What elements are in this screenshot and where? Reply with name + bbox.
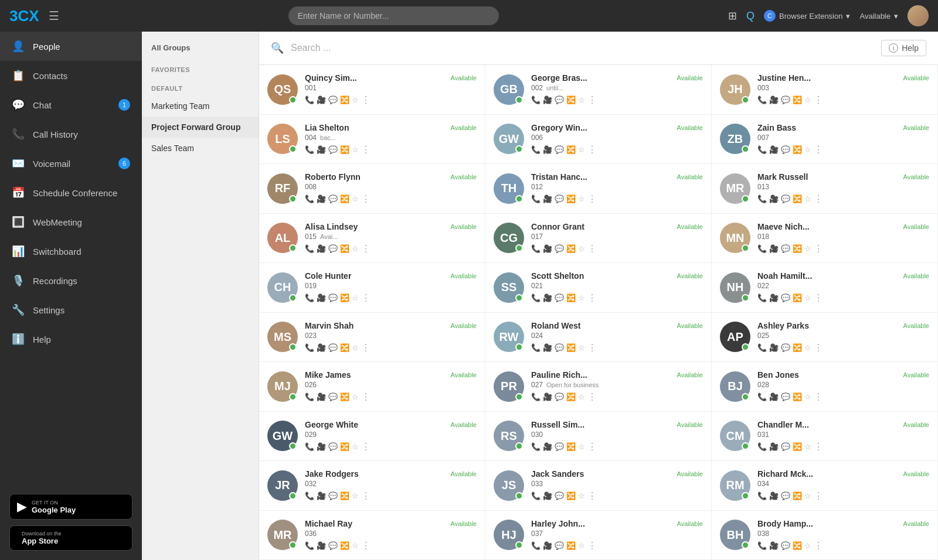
more-icon-20[interactable]: ⋮: [587, 391, 597, 402]
video-icon-5[interactable]: 🎥: [543, 145, 552, 154]
transfer-icon-18[interactable]: 🔀: [793, 343, 802, 352]
more-icon-29[interactable]: ⋮: [587, 540, 597, 551]
favorite-icon-11[interactable]: ☆: [578, 244, 585, 253]
video-icon-19[interactable]: 🎥: [317, 392, 326, 401]
chat-icon-12[interactable]: 💬: [781, 244, 790, 253]
chat-icon-16[interactable]: 💬: [328, 343, 338, 352]
video-icon-20[interactable]: 🎥: [543, 392, 552, 401]
video-icon-26[interactable]: 🎥: [543, 491, 552, 500]
video-icon-6[interactable]: 🎥: [769, 145, 779, 154]
call-icon-20[interactable]: 📞: [531, 392, 541, 401]
transfer-icon-24[interactable]: 🔀: [793, 442, 802, 451]
chat-icon-4[interactable]: 💬: [328, 145, 338, 154]
call-icon-30[interactable]: 📞: [757, 541, 767, 550]
chat-icon-29[interactable]: 💬: [555, 541, 564, 550]
video-icon-10[interactable]: 🎥: [317, 244, 326, 253]
transfer-icon-25[interactable]: 🔀: [340, 491, 349, 500]
sidebar-item-webmeeting[interactable]: 🔳 WebMeeting: [0, 207, 142, 237]
transfer-icon-26[interactable]: 🔀: [566, 491, 576, 500]
video-icon-25[interactable]: 🎥: [317, 491, 326, 500]
call-icon-1[interactable]: 📞: [305, 95, 314, 104]
favorite-icon-30[interactable]: ☆: [804, 541, 811, 550]
call-icon-7[interactable]: 📞: [305, 194, 314, 203]
video-icon-7[interactable]: 🎥: [317, 194, 326, 203]
video-icon-18[interactable]: 🎥: [769, 343, 779, 352]
video-icon-17[interactable]: 🎥: [543, 343, 552, 352]
more-icon-28[interactable]: ⋮: [361, 540, 371, 551]
chat-icon-18[interactable]: 💬: [781, 343, 790, 352]
transfer-icon-12[interactable]: 🔀: [793, 244, 802, 253]
notification-icon[interactable]: Q: [746, 10, 755, 22]
video-icon-12[interactable]: 🎥: [769, 244, 779, 253]
video-icon-24[interactable]: 🎥: [769, 442, 779, 451]
video-icon-16[interactable]: 🎥: [317, 343, 326, 352]
call-icon-4[interactable]: 📞: [305, 145, 314, 154]
more-icon-19[interactable]: ⋮: [361, 391, 371, 402]
favorite-icon-29[interactable]: ☆: [578, 541, 585, 550]
video-icon-11[interactable]: 🎥: [543, 244, 552, 253]
transfer-icon-29[interactable]: 🔀: [566, 541, 576, 550]
more-icon-24[interactable]: ⋮: [814, 441, 823, 452]
more-icon-5[interactable]: ⋮: [587, 144, 597, 155]
sidebar-item-help[interactable]: ℹ️ Help: [0, 325, 142, 354]
video-icon-9[interactable]: 🎥: [769, 194, 779, 203]
call-icon-23[interactable]: 📞: [531, 442, 541, 451]
transfer-icon-6[interactable]: 🔀: [793, 145, 802, 154]
more-icon-9[interactable]: ⋮: [814, 193, 823, 204]
call-icon-6[interactable]: 📞: [757, 145, 767, 154]
call-icon-10[interactable]: 📞: [305, 244, 314, 253]
call-icon-26[interactable]: 📞: [531, 491, 541, 500]
call-icon-5[interactable]: 📞: [531, 145, 541, 154]
favorite-icon-10[interactable]: ☆: [352, 244, 359, 253]
call-icon-15[interactable]: 📞: [757, 293, 767, 302]
call-icon-18[interactable]: 📞: [757, 343, 767, 352]
more-icon-13[interactable]: ⋮: [361, 292, 371, 303]
chat-icon-30[interactable]: 💬: [781, 541, 790, 550]
more-icon-8[interactable]: ⋮: [587, 193, 597, 204]
chat-icon-9[interactable]: 💬: [781, 194, 790, 203]
sidebar-item-contacts[interactable]: 📋 Contacts: [0, 61, 142, 90]
sidebar-item-people[interactable]: 👤 People: [0, 32, 142, 61]
favorite-icon-5[interactable]: ☆: [578, 145, 585, 154]
more-icon-10[interactable]: ⋮: [361, 243, 371, 254]
chat-icon-19[interactable]: 💬: [328, 392, 338, 401]
more-icon-23[interactable]: ⋮: [587, 441, 597, 452]
more-icon-16[interactable]: ⋮: [361, 342, 371, 353]
sidebar-item-voicemail[interactable]: ✉️ Voicemail 6: [0, 149, 142, 178]
contacts-search-input[interactable]: [291, 43, 874, 53]
favorite-icon-6[interactable]: ☆: [804, 145, 811, 154]
transfer-icon-21[interactable]: 🔀: [793, 392, 802, 401]
chat-icon-5[interactable]: 💬: [555, 145, 564, 154]
chat-icon-8[interactable]: 💬: [555, 194, 564, 203]
more-icon-30[interactable]: ⋮: [814, 540, 823, 551]
call-icon-16[interactable]: 📞: [305, 343, 314, 352]
call-icon-27[interactable]: 📞: [757, 491, 767, 500]
transfer-icon-8[interactable]: 🔀: [566, 194, 576, 203]
contacts-help-btn[interactable]: i Help: [881, 40, 926, 56]
transfer-icon-9[interactable]: 🔀: [793, 194, 802, 203]
more-icon-18[interactable]: ⋮: [814, 342, 823, 353]
transfer-icon-22[interactable]: 🔀: [340, 442, 349, 451]
sidebar-item-schedule-conference[interactable]: 📅 Schedule Conference: [0, 178, 142, 207]
video-icon-29[interactable]: 🎥: [543, 541, 552, 550]
more-icon-26[interactable]: ⋮: [587, 490, 597, 501]
favorite-icon-9[interactable]: ☆: [804, 194, 811, 203]
favorite-icon-12[interactable]: ☆: [804, 244, 811, 253]
favorite-icon-20[interactable]: ☆: [578, 392, 585, 401]
sidebar-item-recordings[interactable]: 🎙️ Recordings: [0, 266, 142, 295]
transfer-icon-30[interactable]: 🔀: [793, 541, 802, 550]
chat-icon-2[interactable]: 💬: [555, 95, 564, 104]
menu-icon[interactable]: ☰: [49, 9, 59, 23]
favorite-icon-18[interactable]: ☆: [804, 343, 811, 352]
call-icon-19[interactable]: 📞: [305, 392, 314, 401]
favorite-icon-26[interactable]: ☆: [578, 491, 585, 500]
video-icon-23[interactable]: 🎥: [543, 442, 552, 451]
call-icon-24[interactable]: 📞: [757, 442, 767, 451]
video-icon-30[interactable]: 🎥: [769, 541, 779, 550]
more-icon-3[interactable]: ⋮: [814, 94, 823, 105]
chat-icon-20[interactable]: 💬: [555, 392, 564, 401]
favorite-icon-27[interactable]: ☆: [804, 491, 811, 500]
favorite-icon-22[interactable]: ☆: [352, 442, 359, 451]
chat-icon-23[interactable]: 💬: [555, 442, 564, 451]
browser-extension-btn[interactable]: C Browser Extension ▾: [764, 10, 850, 22]
